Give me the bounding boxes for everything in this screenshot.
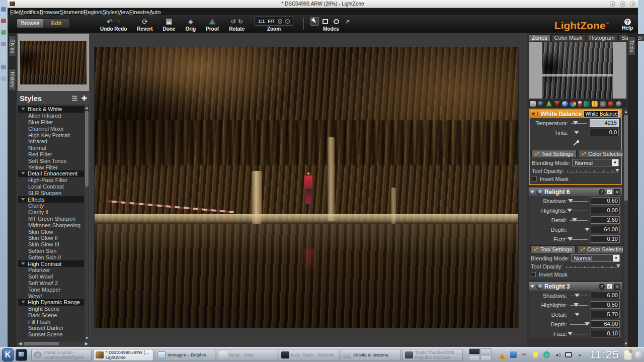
- task-lightzone[interactable]: * DSC04990.ARW (26%) - LightZone: [93, 349, 153, 361]
- temperature-value[interactable]: 4215: [590, 119, 619, 127]
- style-row[interactable]: Clarity: [18, 203, 84, 209]
- help-button[interactable]: ? Help: [622, 19, 633, 31]
- rotate-right-icon[interactable]: ↻: [238, 18, 243, 25]
- style-row[interactable]: High-Pass Filter: [18, 177, 84, 184]
- depth-value[interactable]: 64,00: [591, 226, 620, 233]
- tool-opacity-slider[interactable]: [566, 168, 619, 174]
- edit-button[interactable]: Edit: [43, 19, 69, 28]
- style-row[interactable]: Alien Infrared: [18, 113, 84, 119]
- desktop-icon[interactable]: [1, 53, 6, 58]
- tools-vertical-tab[interactable]: Tools: [628, 37, 635, 55]
- invert-mask-checkbox[interactable]: [531, 272, 536, 277]
- collapse-triangle-icon[interactable]: [530, 285, 534, 290]
- style-row[interactable]: SLR Sharpen: [18, 190, 84, 196]
- detail-value[interactable]: 5,70: [591, 311, 620, 318]
- proof-button[interactable]: Proof: [206, 17, 219, 32]
- zoom-out-icon[interactable]: -: [285, 19, 290, 24]
- styles-vertical-tab[interactable]: Styles: [9, 36, 16, 56]
- tab-histogram[interactable]: Histogram: [586, 34, 617, 41]
- style-row[interactable]: Sunset Scene: [18, 331, 84, 338]
- style-row[interactable]: Red Filter: [18, 151, 84, 158]
- desktop-icon[interactable]: [1, 19, 6, 23]
- style-add-icon[interactable]: ✚: [82, 95, 87, 102]
- style-row[interactable]: Dark Scene: [18, 312, 84, 319]
- scroll-down-icon[interactable]: ▼: [623, 341, 628, 346]
- invert-mask-checkbox[interactable]: [532, 176, 537, 182]
- scroll-left-icon[interactable]: ◀: [19, 341, 22, 346]
- style-row[interactable]: Midtones Sharpening: [18, 222, 84, 228]
- style-list-view-icon[interactable]: ☰: [71, 95, 77, 102]
- style-row[interactable]: Polarizer: [18, 267, 84, 274]
- noise-reduction-tool-icon[interactable]: [616, 101, 622, 107]
- tool-enabled-checkbox[interactable]: ✓: [607, 284, 612, 289]
- send-mode-button[interactable]: ↗: [343, 17, 352, 26]
- shadows-value[interactable]: 6,00: [591, 292, 620, 299]
- style-row[interactable]: Clarity II: [18, 209, 84, 216]
- style-row[interactable]: Sunset Darker: [18, 325, 84, 331]
- display-tray-icon[interactable]: [565, 351, 573, 358]
- alarm-tray-icon[interactable]: [532, 351, 539, 358]
- style-row[interactable]: Bright Scene: [18, 306, 84, 312]
- blending-mode-select[interactable]: Normal ▼: [572, 159, 619, 166]
- desktop-icon[interactable]: [1, 65, 6, 69]
- hue-saturation-tool-icon[interactable]: [554, 101, 560, 107]
- tab-color-mask[interactable]: Color Mask: [551, 34, 586, 41]
- close-button[interactable]: ×: [630, 1, 635, 7]
- task-konsole[interactable]: luca : bash – Konsole: [279, 349, 339, 361]
- style-row[interactable]: Fill Flash: [18, 318, 84, 325]
- volume-tray-icon[interactable]: ◄): [554, 351, 561, 358]
- style-row[interactable]: Normal: [18, 145, 84, 151]
- black-white-tool-icon[interactable]: [584, 101, 590, 107]
- undo-icon[interactable]: ↶: [107, 18, 113, 25]
- depth-slider[interactable]: [569, 321, 589, 327]
- red-eye-tool-icon[interactable]: [608, 101, 614, 107]
- desktop-icon[interactable]: [1, 7, 6, 12]
- task-video-player[interactable]: TropicThunder2008.iT... Republic CD1.avi…: [403, 349, 463, 361]
- browse-button[interactable]: Browse: [17, 19, 43, 28]
- collapse-triangle-icon[interactable]: [530, 191, 534, 196]
- style-row[interactable]: Soft Wow!: [18, 274, 84, 280]
- history-vertical-tab[interactable]: History: [9, 68, 16, 91]
- depth-slider[interactable]: [569, 227, 589, 233]
- blur-tool-icon[interactable]: [562, 101, 568, 107]
- rotate-left-icon[interactable]: ↺: [231, 18, 236, 25]
- redo-icon[interactable]: ↷: [115, 18, 121, 25]
- fuzz-slider[interactable]: [569, 236, 589, 242]
- shadows-value[interactable]: 0,60: [591, 197, 620, 205]
- pager-desktop-cell[interactable]: [469, 348, 480, 354]
- pager-desktop-cell[interactable]: [480, 355, 492, 361]
- task-kmail[interactable]: Posta in arrivo - lucatringali90@gmail.c…: [31, 349, 92, 361]
- tint-slider[interactable]: [570, 130, 588, 136]
- preview-thumbnail[interactable]: [18, 34, 89, 91]
- task-kate[interactable]: temp – Kate: [217, 349, 277, 361]
- desktop-icon[interactable]: [1, 42, 6, 46]
- crop-mode-button[interactable]: [321, 17, 330, 26]
- relight6-header[interactable]: Relight 6 ? ✓ ×: [529, 188, 622, 196]
- scroll-up-icon[interactable]: ▲: [85, 106, 89, 110]
- region-mode-button[interactable]: [332, 17, 341, 26]
- zoom-fit-button[interactable]: FIT: [268, 19, 275, 24]
- style-row[interactable]: Infrared: [18, 138, 84, 145]
- style-row[interactable]: Wow!: [18, 293, 84, 299]
- style-row[interactable]: Soft Wow! 2: [18, 280, 84, 287]
- detail-slider[interactable]: [569, 217, 589, 223]
- white-balance-header[interactable]: White Balance White Balance: [530, 110, 621, 118]
- styles-vertical-scrollbar[interactable]: ▲ ▼: [84, 105, 89, 341]
- style-row[interactable]: Skin Glow III: [18, 241, 84, 248]
- spot-tool-icon[interactable]: [600, 101, 606, 107]
- tool-help-icon[interactable]: ?: [599, 284, 605, 290]
- pager-desktop-cell[interactable]: [480, 348, 492, 354]
- style-row[interactable]: High Contrast: [18, 260, 84, 267]
- clone-tool-icon[interactable]: [592, 101, 598, 107]
- styles-horizontal-scrollbar[interactable]: ◀ ▶: [18, 341, 89, 346]
- zoom-1-1-button[interactable]: 1:1: [258, 19, 265, 24]
- tab-zones[interactable]: Zones: [529, 34, 550, 41]
- style-row[interactable]: Soften Skin II: [18, 254, 84, 260]
- tool-close-icon[interactable]: ×: [614, 189, 620, 195]
- style-row[interactable]: Local Contrast: [18, 184, 84, 190]
- color-selection-tab[interactable]: Color Selection: [578, 150, 623, 157]
- cursor-mode-button[interactable]: [310, 17, 319, 26]
- tools-scrollbar[interactable]: ▲ ▼: [623, 109, 628, 347]
- tool-enabled-checkbox[interactable]: ✓: [607, 189, 612, 195]
- style-row[interactable]: Black & White: [18, 106, 84, 113]
